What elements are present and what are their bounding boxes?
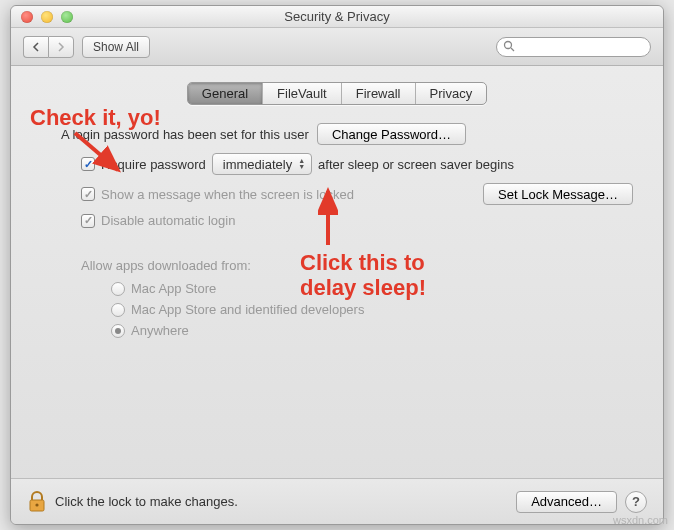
tab-privacy[interactable]: Privacy	[416, 83, 487, 104]
content-general: A login password has been set for this u…	[11, 105, 663, 524]
change-password-button[interactable]: Change Password…	[317, 123, 466, 145]
tabbar: General FileVault Firewall Privacy	[11, 66, 663, 105]
svg-line-1	[511, 48, 514, 51]
show-message-checkbox	[81, 187, 95, 201]
show-message-label: Show a message when the screen is locked	[101, 187, 354, 202]
svg-point-3	[35, 503, 38, 506]
preferences-window: Security & Privacy Show All General File…	[10, 5, 664, 525]
search-input[interactable]	[496, 37, 651, 57]
lock-icon[interactable]	[27, 490, 47, 514]
watermark: wsxdn.com	[613, 514, 668, 526]
radio-mac-app-store	[111, 282, 125, 296]
help-button[interactable]: ?	[625, 491, 647, 513]
zoom-window-button[interactable]	[61, 11, 73, 23]
require-password-label: Require password	[101, 157, 206, 172]
radio-mac-app-store-dev-label: Mac App Store and identified developers	[131, 302, 364, 317]
disable-auto-login-checkbox	[81, 214, 95, 228]
tab-firewall[interactable]: Firewall	[342, 83, 416, 104]
search-icon	[503, 40, 515, 55]
disable-auto-login-label: Disable automatic login	[101, 213, 235, 228]
lock-text: Click the lock to make changes.	[55, 494, 238, 509]
radio-anywhere	[111, 324, 125, 338]
set-lock-message-button[interactable]: Set Lock Message…	[483, 183, 633, 205]
nav-group	[23, 36, 74, 58]
allow-apps-radio-group: Mac App Store Mac App Store and identifi…	[41, 281, 633, 338]
advanced-button[interactable]: Advanced…	[516, 491, 617, 513]
footer: Click the lock to make changes. Advanced…	[11, 479, 663, 524]
chevron-left-icon	[32, 42, 40, 52]
allow-apps-label: Allow apps downloaded from:	[81, 258, 633, 273]
radio-anywhere-label: Anywhere	[131, 323, 189, 338]
search-wrap	[496, 37, 651, 57]
svg-point-0	[505, 41, 512, 48]
after-sleep-label: after sleep or screen saver begins	[318, 157, 514, 172]
window-title: Security & Privacy	[11, 9, 663, 24]
require-password-checkbox[interactable]	[81, 157, 95, 171]
forward-button[interactable]	[48, 36, 74, 58]
password-delay-select[interactable]: immediately ▲▼	[212, 153, 312, 175]
password-delay-value: immediately	[223, 157, 292, 172]
login-password-label: A login password has been set for this u…	[61, 127, 309, 142]
titlebar: Security & Privacy	[11, 6, 663, 28]
toolbar: Show All	[11, 28, 663, 66]
tab-filevault[interactable]: FileVault	[263, 83, 342, 104]
minimize-window-button[interactable]	[41, 11, 53, 23]
traffic-lights	[11, 11, 73, 23]
tab-group: General FileVault Firewall Privacy	[187, 82, 487, 105]
tab-general[interactable]: General	[188, 83, 263, 104]
back-button[interactable]	[23, 36, 48, 58]
chevron-right-icon	[57, 42, 65, 52]
radio-mac-app-store-dev	[111, 303, 125, 317]
show-all-button[interactable]: Show All	[82, 36, 150, 58]
radio-mac-app-store-label: Mac App Store	[131, 281, 216, 296]
close-window-button[interactable]	[21, 11, 33, 23]
select-stepper-icon: ▲▼	[298, 158, 305, 170]
